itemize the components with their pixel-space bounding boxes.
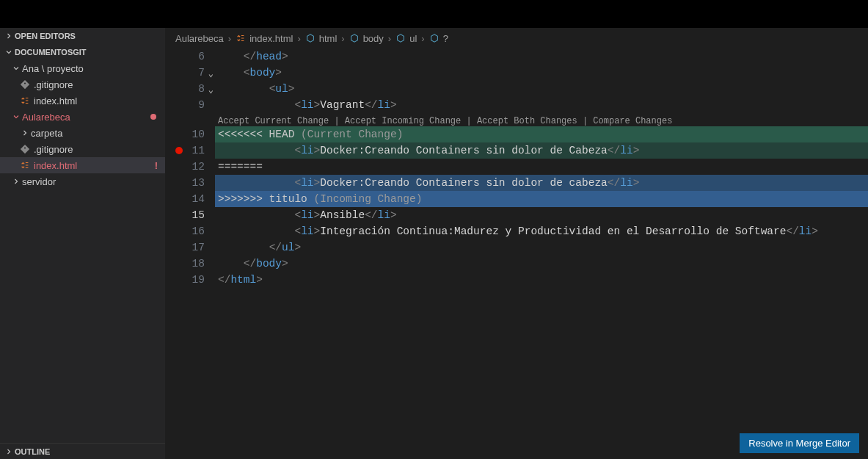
symbol-icon bbox=[305, 33, 316, 43]
line-number: 18 bbox=[165, 256, 205, 272]
open-editors-header[interactable]: OPEN EDITORS bbox=[0, 28, 165, 44]
code-line[interactable]: <li>Integración Continua:Madurez y Produ… bbox=[215, 223, 868, 239]
code-line[interactable]: <li>Docker:Creando Containers sin dolor … bbox=[215, 142, 868, 159]
chevron-down-icon bbox=[3, 48, 15, 57]
conflict-incoming-marker[interactable]: >>>>>>> titulo (Incoming Change) bbox=[215, 191, 868, 207]
folder-label: carpeta bbox=[31, 128, 62, 139]
breakpoint-icon[interactable] bbox=[175, 147, 183, 154]
folder-label: Aularebeca bbox=[22, 112, 70, 123]
line-number: 19 bbox=[165, 272, 205, 288]
code-line[interactable]: <li>Ansible</li> bbox=[215, 207, 868, 223]
resolve-merge-button[interactable]: Resolve in Merge Editor bbox=[740, 433, 859, 453]
code-line[interactable]: </html> bbox=[215, 272, 868, 288]
error-marker: ! bbox=[155, 160, 158, 171]
title-bar-black bbox=[0, 0, 868, 28]
chevron-down-icon bbox=[10, 64, 22, 73]
line-number: 10 bbox=[165, 126, 205, 142]
folder-header-label: DOCUMENTOSGIT bbox=[15, 48, 87, 57]
html-icon bbox=[19, 160, 31, 170]
breadcrumb-node[interactable]: body bbox=[349, 33, 384, 44]
folder-servidor[interactable]: servidor bbox=[0, 173, 165, 189]
code-line[interactable]: <body> bbox=[215, 65, 868, 81]
breadcrumb-root[interactable]: Aularebeca bbox=[175, 33, 224, 44]
chevron-right-icon bbox=[3, 447, 15, 456]
line-number: 7⌄ bbox=[165, 65, 205, 81]
main-layout: OPEN EDITORS DOCUMENTOSGIT Ana \ proyect… bbox=[0, 28, 868, 459]
line-number: 6 bbox=[165, 48, 205, 65]
chevron-right-icon: › bbox=[228, 33, 231, 44]
fold-icon[interactable]: ⌄ bbox=[208, 66, 214, 82]
folder-label: Ana \ proyecto bbox=[22, 63, 84, 74]
html-icon bbox=[19, 95, 31, 106]
code-lines[interactable]: </head> <body> <ul> <li>Vagrant</li> Acc… bbox=[215, 48, 868, 459]
line-number: 17 bbox=[165, 239, 205, 256]
folder-aularebeca[interactable]: Aularebeca bbox=[0, 109, 165, 125]
outline-label: OUTLINE bbox=[15, 447, 50, 456]
breadcrumb-node[interactable]: html bbox=[305, 33, 338, 44]
accept-current-link[interactable]: Accept Current Change bbox=[218, 116, 329, 126]
accept-incoming-link[interactable]: Accept Incoming Change bbox=[345, 116, 461, 126]
folder-ana-proyecto[interactable]: Ana \ proyecto bbox=[0, 60, 165, 76]
merge-codelens: Accept Current Change | Accept Incoming … bbox=[215, 113, 868, 126]
html-icon bbox=[236, 33, 246, 43]
code-editor[interactable]: 6 7⌄ 8⌄ 9 10 11 12 13 14 15 16 17 18 19 … bbox=[165, 48, 868, 459]
folder-header[interactable]: DOCUMENTOSGIT bbox=[0, 44, 165, 60]
chevron-right-icon: › bbox=[297, 33, 300, 44]
gutter-spacer bbox=[165, 113, 205, 126]
open-editors-label: OPEN EDITORS bbox=[15, 32, 76, 40]
fold-icon[interactable]: ⌄ bbox=[208, 82, 214, 98]
file-label: .gitignore bbox=[34, 144, 73, 155]
file-label: .gitignore bbox=[34, 79, 73, 90]
outline-header[interactable]: OUTLINE bbox=[0, 443, 165, 459]
accept-both-link[interactable]: Accept Both Changes bbox=[477, 116, 577, 126]
file-label: index.html bbox=[34, 95, 77, 106]
file-gitignore[interactable]: .gitignore bbox=[0, 76, 165, 93]
folder-label: servidor bbox=[22, 176, 56, 187]
breadcrumb-label: index.html bbox=[249, 33, 293, 44]
modified-dot-icon bbox=[150, 114, 156, 120]
line-number: 13 bbox=[165, 175, 205, 191]
code-line[interactable]: <li>Vagrant</li> bbox=[215, 97, 868, 113]
chevron-right-icon: › bbox=[421, 33, 424, 44]
code-line[interactable]: </body> bbox=[215, 256, 868, 272]
chevron-right-icon bbox=[3, 32, 15, 40]
file-index-html[interactable]: index.html bbox=[0, 93, 165, 109]
file-label: index.html bbox=[34, 160, 77, 171]
compare-changes-link[interactable]: Compare Changes bbox=[593, 116, 672, 126]
chevron-right-icon: › bbox=[388, 33, 391, 44]
chevron-right-icon bbox=[19, 129, 31, 137]
breadcrumb-label: Aularebeca bbox=[175, 33, 224, 44]
file-gitignore[interactable]: .gitignore bbox=[0, 141, 165, 157]
explorer-sidebar: OPEN EDITORS DOCUMENTOSGIT Ana \ proyect… bbox=[0, 28, 165, 459]
conflict-head-marker[interactable]: <<<<<<< HEAD (Current Change) bbox=[215, 126, 868, 142]
folder-carpeta[interactable]: carpeta bbox=[0, 125, 165, 141]
chevron-right-icon bbox=[10, 177, 22, 186]
line-number: 12 bbox=[165, 159, 205, 175]
breadcrumb-node[interactable]: ul bbox=[395, 33, 417, 44]
code-line[interactable]: <li>Docker:Creando Containers sin dolor … bbox=[215, 175, 868, 191]
line-number: 14 bbox=[165, 191, 205, 207]
line-number: 16 bbox=[165, 223, 205, 239]
symbol-icon bbox=[395, 33, 406, 43]
breadcrumb-label: ul bbox=[409, 33, 417, 44]
code-line[interactable]: </head> bbox=[215, 48, 868, 65]
editor-area: Aularebeca › index.html › html › body › … bbox=[165, 28, 868, 459]
conflict-separator[interactable]: ======= bbox=[215, 159, 868, 175]
breadcrumb-node[interactable]: ? bbox=[429, 33, 448, 44]
code-line[interactable]: </ul> bbox=[215, 239, 868, 256]
breadcrumb-label: body bbox=[363, 33, 384, 44]
line-number: 9 bbox=[165, 97, 205, 113]
chevron-down-icon bbox=[10, 112, 22, 121]
breadcrumb-label: ? bbox=[443, 33, 448, 44]
line-number: 8⌄ bbox=[165, 81, 205, 97]
line-number-current: 15 bbox=[165, 207, 205, 223]
chevron-right-icon: › bbox=[341, 33, 344, 44]
file-index-html-active[interactable]: index.html ! bbox=[0, 157, 165, 173]
code-line[interactable]: <ul> bbox=[215, 81, 868, 97]
line-number: 11 bbox=[165, 142, 205, 159]
breadcrumb-file[interactable]: index.html bbox=[236, 33, 293, 44]
breadcrumb[interactable]: Aularebeca › index.html › html › body › … bbox=[165, 28, 868, 48]
line-gutter: 6 7⌄ 8⌄ 9 10 11 12 13 14 15 16 17 18 19 bbox=[165, 48, 215, 459]
symbol-icon bbox=[429, 33, 440, 43]
gitignore-icon bbox=[19, 79, 31, 90]
